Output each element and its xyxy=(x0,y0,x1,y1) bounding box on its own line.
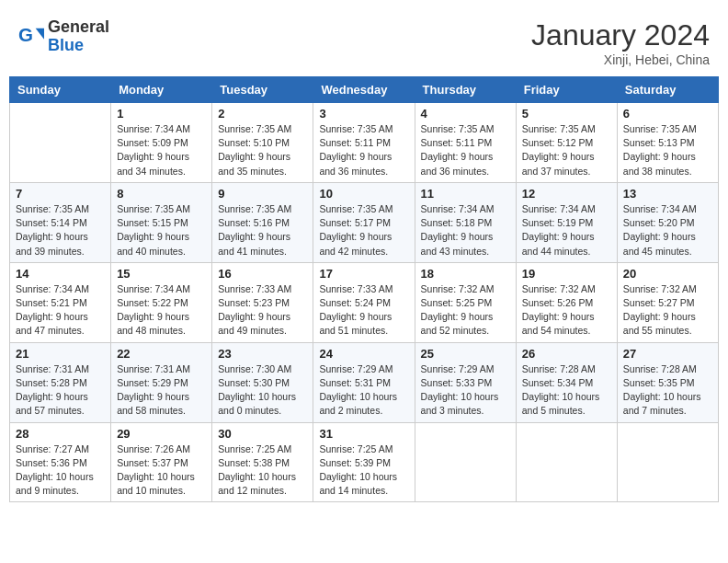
day-number: 22 xyxy=(117,347,206,361)
weekday-header-tuesday: Tuesday xyxy=(212,77,313,103)
day-info: Sunrise: 7:27 AMSunset: 5:36 PMDaylight:… xyxy=(16,442,105,499)
day-info: Sunrise: 7:25 AMSunset: 5:38 PMDaylight:… xyxy=(218,442,307,499)
calendar-cell: 22Sunrise: 7:31 AMSunset: 5:29 PMDayligh… xyxy=(111,342,212,422)
day-number: 17 xyxy=(319,267,408,281)
calendar-cell: 4Sunrise: 7:35 AMSunset: 5:11 PMDaylight… xyxy=(415,103,516,183)
day-number: 14 xyxy=(16,267,105,281)
day-number: 7 xyxy=(16,187,105,201)
day-number: 6 xyxy=(623,107,712,121)
calendar-cell: 31Sunrise: 7:25 AMSunset: 5:39 PMDayligh… xyxy=(313,422,415,502)
day-number: 13 xyxy=(623,187,712,201)
week-row-1: 1Sunrise: 7:34 AMSunset: 5:09 PMDaylight… xyxy=(10,103,719,183)
day-info: Sunrise: 7:35 AMSunset: 5:15 PMDaylight:… xyxy=(117,202,206,259)
day-info: Sunrise: 7:31 AMSunset: 5:28 PMDaylight:… xyxy=(16,362,105,419)
calendar-cell: 5Sunrise: 7:35 AMSunset: 5:12 PMDaylight… xyxy=(516,103,617,183)
weekday-header-saturday: Saturday xyxy=(617,77,718,103)
day-info: Sunrise: 7:35 AMSunset: 5:14 PMDaylight:… xyxy=(16,202,105,259)
calendar-table: SundayMondayTuesdayWednesdayThursdayFrid… xyxy=(9,76,719,502)
day-number: 1 xyxy=(117,107,206,121)
calendar-cell: 26Sunrise: 7:28 AMSunset: 5:34 PMDayligh… xyxy=(516,342,617,422)
day-number: 24 xyxy=(319,347,408,361)
day-number: 3 xyxy=(319,107,408,121)
calendar-cell: 6Sunrise: 7:35 AMSunset: 5:13 PMDaylight… xyxy=(617,103,718,183)
calendar-cell: 25Sunrise: 7:29 AMSunset: 5:33 PMDayligh… xyxy=(415,342,516,422)
day-number: 16 xyxy=(218,267,307,281)
calendar-cell: 20Sunrise: 7:32 AMSunset: 5:27 PMDayligh… xyxy=(617,262,718,342)
day-info: Sunrise: 7:34 AMSunset: 5:20 PMDaylight:… xyxy=(623,202,712,259)
day-number: 19 xyxy=(522,267,611,281)
week-row-5: 28Sunrise: 7:27 AMSunset: 5:36 PMDayligh… xyxy=(10,422,719,502)
calendar-cell: 27Sunrise: 7:28 AMSunset: 5:35 PMDayligh… xyxy=(617,342,718,422)
day-number: 12 xyxy=(522,187,611,201)
calendar-cell: 23Sunrise: 7:30 AMSunset: 5:30 PMDayligh… xyxy=(212,342,313,422)
calendar-cell: 15Sunrise: 7:34 AMSunset: 5:22 PMDayligh… xyxy=(111,262,212,342)
day-number: 31 xyxy=(319,427,408,441)
day-number: 30 xyxy=(218,427,307,441)
day-info: Sunrise: 7:32 AMSunset: 5:26 PMDaylight:… xyxy=(522,282,611,339)
logo-icon: G xyxy=(18,24,44,50)
calendar-cell: 17Sunrise: 7:33 AMSunset: 5:24 PMDayligh… xyxy=(313,262,415,342)
day-info: Sunrise: 7:35 AMSunset: 5:10 PMDaylight:… xyxy=(218,122,307,178)
calendar-cell: 29Sunrise: 7:26 AMSunset: 5:37 PMDayligh… xyxy=(111,422,212,502)
calendar-cell: 19Sunrise: 7:32 AMSunset: 5:26 PMDayligh… xyxy=(516,262,617,342)
calendar-cell: 12Sunrise: 7:34 AMSunset: 5:19 PMDayligh… xyxy=(516,182,617,262)
day-info: Sunrise: 7:25 AMSunset: 5:39 PMDaylight:… xyxy=(319,442,408,499)
day-info: Sunrise: 7:34 AMSunset: 5:09 PMDaylight:… xyxy=(117,122,206,178)
day-number: 27 xyxy=(623,347,712,361)
calendar-cell xyxy=(617,422,718,502)
day-number: 9 xyxy=(218,187,307,201)
calendar-cell: 8Sunrise: 7:35 AMSunset: 5:15 PMDaylight… xyxy=(111,182,212,262)
day-number: 18 xyxy=(421,267,510,281)
weekday-header-thursday: Thursday xyxy=(415,77,516,103)
day-info: Sunrise: 7:32 AMSunset: 5:25 PMDaylight:… xyxy=(421,282,510,339)
day-number: 5 xyxy=(522,107,611,121)
day-number: 4 xyxy=(421,107,510,121)
calendar-cell xyxy=(415,422,516,502)
calendar-cell xyxy=(516,422,617,502)
calendar-cell: 28Sunrise: 7:27 AMSunset: 5:36 PMDayligh… xyxy=(10,422,111,502)
calendar-cell xyxy=(10,103,111,183)
day-number: 11 xyxy=(421,187,510,201)
title-block: January 2024 Xinji, Hebei, China xyxy=(531,18,710,67)
page-header: G General Blue January 2024 Xinji, Hebei… xyxy=(9,9,719,72)
day-info: Sunrise: 7:32 AMSunset: 5:27 PMDaylight:… xyxy=(623,282,712,339)
day-info: Sunrise: 7:34 AMSunset: 5:18 PMDaylight:… xyxy=(421,202,510,259)
week-row-3: 14Sunrise: 7:34 AMSunset: 5:21 PMDayligh… xyxy=(10,262,719,342)
day-info: Sunrise: 7:30 AMSunset: 5:30 PMDaylight:… xyxy=(218,362,307,419)
weekday-header-monday: Monday xyxy=(111,77,212,103)
day-info: Sunrise: 7:34 AMSunset: 5:21 PMDaylight:… xyxy=(16,282,105,339)
day-number: 15 xyxy=(117,267,206,281)
day-info: Sunrise: 7:35 AMSunset: 5:11 PMDaylight:… xyxy=(319,122,408,178)
calendar-cell: 1Sunrise: 7:34 AMSunset: 5:09 PMDaylight… xyxy=(111,103,212,183)
day-info: Sunrise: 7:29 AMSunset: 5:33 PMDaylight:… xyxy=(421,362,510,419)
calendar-cell: 14Sunrise: 7:34 AMSunset: 5:21 PMDayligh… xyxy=(10,262,111,342)
day-info: Sunrise: 7:34 AMSunset: 5:19 PMDaylight:… xyxy=(522,202,611,259)
day-info: Sunrise: 7:28 AMSunset: 5:34 PMDaylight:… xyxy=(522,362,611,419)
weekday-header-sunday: Sunday xyxy=(10,77,111,103)
day-info: Sunrise: 7:35 AMSunset: 5:12 PMDaylight:… xyxy=(522,122,611,178)
logo: G General Blue xyxy=(18,18,109,55)
day-info: Sunrise: 7:31 AMSunset: 5:29 PMDaylight:… xyxy=(117,362,206,419)
calendar-cell: 9Sunrise: 7:35 AMSunset: 5:16 PMDaylight… xyxy=(212,182,313,262)
day-number: 8 xyxy=(117,187,206,201)
day-info: Sunrise: 7:28 AMSunset: 5:35 PMDaylight:… xyxy=(623,362,712,419)
calendar-cell: 2Sunrise: 7:35 AMSunset: 5:10 PMDaylight… xyxy=(212,103,313,183)
calendar-cell: 3Sunrise: 7:35 AMSunset: 5:11 PMDaylight… xyxy=(313,103,415,183)
weekday-header-wednesday: Wednesday xyxy=(313,77,415,103)
day-info: Sunrise: 7:33 AMSunset: 5:24 PMDaylight:… xyxy=(319,282,408,339)
day-info: Sunrise: 7:35 AMSunset: 5:11 PMDaylight:… xyxy=(421,122,510,178)
calendar-cell: 13Sunrise: 7:34 AMSunset: 5:20 PMDayligh… xyxy=(617,182,718,262)
day-number: 23 xyxy=(218,347,307,361)
week-row-2: 7Sunrise: 7:35 AMSunset: 5:14 PMDaylight… xyxy=(10,182,719,262)
day-number: 29 xyxy=(117,427,206,441)
day-number: 28 xyxy=(16,427,105,441)
logo-text: General Blue xyxy=(48,18,109,55)
day-info: Sunrise: 7:33 AMSunset: 5:23 PMDaylight:… xyxy=(218,282,307,339)
calendar-cell: 18Sunrise: 7:32 AMSunset: 5:25 PMDayligh… xyxy=(415,262,516,342)
svg-marker-1 xyxy=(36,28,44,39)
calendar-cell: 30Sunrise: 7:25 AMSunset: 5:38 PMDayligh… xyxy=(212,422,313,502)
calendar-cell: 11Sunrise: 7:34 AMSunset: 5:18 PMDayligh… xyxy=(415,182,516,262)
calendar-cell: 24Sunrise: 7:29 AMSunset: 5:31 PMDayligh… xyxy=(313,342,415,422)
calendar-cell: 21Sunrise: 7:31 AMSunset: 5:28 PMDayligh… xyxy=(10,342,111,422)
day-number: 26 xyxy=(522,347,611,361)
